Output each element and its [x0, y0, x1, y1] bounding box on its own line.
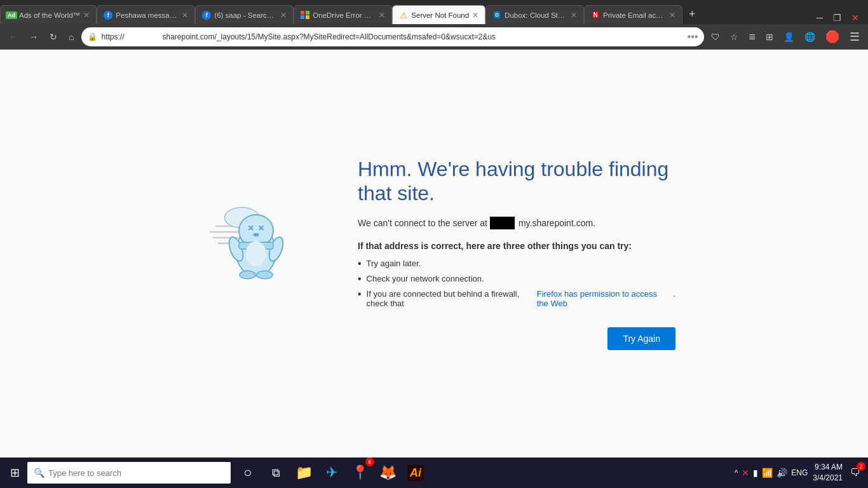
- tab-favicon-onedrive: [301, 11, 309, 20]
- tab-private-email[interactable]: N Private Email accou... ✕: [584, 5, 682, 24]
- firefox-permission-link[interactable]: Firefox has permission to access the Web: [537, 289, 668, 308]
- notification-button[interactable]: 🗨 2: [848, 464, 863, 481]
- tab-close-peshawa[interactable]: ✕: [182, 11, 188, 20]
- tab-favicon-dubox: D: [492, 11, 501, 20]
- tab-title-ads: Ads of the World™: [19, 11, 80, 19]
- firefox-button[interactable]: 🦊: [376, 460, 400, 485]
- mascot-illustration: [199, 157, 313, 284]
- back-button[interactable]: ←: [5, 29, 22, 44]
- red-x-icon: ✕: [742, 468, 749, 478]
- window-controls: ─ ❐ ✕: [813, 11, 868, 24]
- tab-dubox[interactable]: D Dubox: Cloud Stora... ✕: [485, 5, 584, 24]
- address-bar[interactable]: 🔒 •••: [81, 27, 704, 46]
- synced-tabs-icon[interactable]: ⊞: [763, 30, 776, 43]
- more-options-icon[interactable]: •••: [688, 31, 698, 43]
- task-view-button[interactable]: ⧉: [264, 460, 288, 485]
- page-content: Hmm. We're having trouble finding that s…: [0, 50, 868, 458]
- forward-button[interactable]: →: [25, 29, 42, 44]
- svg-point-16: [240, 271, 255, 279]
- tab-saap[interactable]: f (6) saap - Search Re... ✕: [195, 5, 294, 24]
- clock-time: 9:34 AM: [813, 462, 843, 473]
- tip3-text-after: .: [673, 289, 675, 299]
- tab-server-not-found[interactable]: ⚠ Server Not Found ✕: [392, 5, 485, 24]
- cortana-button[interactable]: ○: [236, 460, 260, 485]
- tab-title-private-email: Private Email accou...: [603, 11, 666, 19]
- redacted-domain: [490, 217, 515, 229]
- tab-favicon-saap: f: [202, 11, 211, 20]
- tab-onedrive[interactable]: OneDrive Error Cod... ✕: [294, 5, 392, 24]
- tab-ads-of-world[interactable]: Ad Ads of the World™ ✕: [0, 5, 97, 24]
- tab-close-saap[interactable]: ✕: [280, 11, 287, 20]
- taskbar: ⊞ 🔍 ○ ⧉ 📁 ✈ 📍 6 🦊 Ai ^ ✕ ▮: [0, 458, 868, 488]
- tab-close-server[interactable]: ✕: [472, 11, 478, 20]
- nav-extras: 🛡 ☆ ≡ ⊞ 👤 🌐 🛑 ☰: [708, 29, 863, 45]
- tab-favicon-peshawa: f: [104, 11, 112, 20]
- error-subtitle: We can't connect to the server at my.sha…: [358, 218, 675, 228]
- taskbar-search-bar[interactable]: 🔍: [27, 462, 231, 484]
- security-icon: 🔒: [88, 32, 97, 41]
- restore-button[interactable]: ❐: [829, 11, 845, 24]
- tab-close-private-email[interactable]: ✕: [669, 11, 675, 20]
- tip1-text: Try again later.: [367, 259, 421, 268]
- tip-firewall: If you are connected but behind a firewa…: [358, 289, 675, 308]
- tab-favicon-private-email: N: [591, 11, 600, 20]
- tip-try-again: Try again later.: [358, 259, 675, 269]
- google-maps-button[interactable]: 📍 6: [348, 460, 372, 485]
- taskbar-right: ^ ✕ ▮ 📶 🔊 ENG 9:34 AM 3/4/2021 🗨 2: [735, 462, 863, 484]
- show-hidden-icons[interactable]: ^: [735, 468, 738, 477]
- notification-badge: 2: [857, 462, 865, 471]
- tip3-text-before: If you are connected but behind a firewa…: [367, 289, 532, 308]
- tab-title-dubox: Dubox: Cloud Stora...: [505, 11, 567, 19]
- svg-point-11: [254, 233, 259, 236]
- illustrator-button[interactable]: Ai: [403, 460, 428, 485]
- minimize-button[interactable]: ─: [813, 11, 827, 24]
- bookmarks-sidebar-icon[interactable]: ≡: [745, 29, 759, 45]
- tab-peshawa[interactable]: f Peshawa messaged... ✕: [97, 5, 195, 24]
- taskbar-app-icons: ○ ⧉ 📁 ✈ 📍 6 🦊 Ai: [236, 460, 428, 485]
- error-heading: Hmm. We're having trouble finding that s…: [358, 157, 675, 206]
- url-input[interactable]: [101, 32, 683, 41]
- reload-button[interactable]: ↻: [46, 29, 61, 44]
- subtitle-suffix: my.sharepoint.com.: [519, 218, 595, 228]
- file-explorer-button[interactable]: 📁: [292, 460, 316, 485]
- taskbar-search-icon: 🔍: [34, 468, 44, 478]
- system-tray: ^ ✕ ▮ 📶 🔊 ENG: [735, 468, 808, 478]
- language-indicator: ENG: [791, 468, 808, 477]
- battery-icon: ▮: [753, 468, 758, 478]
- tab-close-onedrive[interactable]: ✕: [379, 11, 385, 20]
- account-icon[interactable]: 👤: [780, 30, 797, 43]
- start-button[interactable]: ⊞: [5, 463, 25, 482]
- menu-button[interactable]: ☰: [846, 29, 863, 45]
- tab-title-server: Server Not Found: [411, 11, 469, 19]
- error-text-block: Hmm. We're having trouble finding that s…: [358, 157, 675, 351]
- wifi-icon: 📶: [762, 468, 773, 478]
- error-illustration: [193, 157, 320, 284]
- subtitle-prefix: We can't connect to the server at: [358, 218, 487, 228]
- browser-chrome: Ad Ads of the World™ ✕ f Peshawa message…: [0, 0, 868, 50]
- globe-icon[interactable]: 🌐: [801, 30, 818, 43]
- nav-bar: ← → ↻ ⌂ 🔒 ••• 🛡 ☆ ≡ ⊞ 👤 🌐 🛑 ☰: [0, 24, 868, 50]
- tab-title-saap: (6) saap - Search Re...: [214, 11, 277, 19]
- tab-favicon-server: ⚠: [399, 11, 408, 20]
- svg-point-17: [257, 271, 273, 279]
- svg-point-18: [246, 241, 266, 266]
- tab-title-peshawa: Peshawa messaged...: [116, 11, 179, 19]
- clock-date: 3/4/2021: [813, 473, 843, 484]
- close-window-button[interactable]: ✕: [848, 11, 863, 24]
- extensions-icon[interactable]: 🛑: [822, 29, 843, 45]
- maps-badge: 6: [365, 458, 374, 466]
- home-button[interactable]: ⌂: [65, 29, 78, 44]
- taskbar-search-input[interactable]: [48, 468, 224, 478]
- volume-icon[interactable]: 🔊: [776, 468, 787, 478]
- time-block[interactable]: 9:34 AM 3/4/2021: [813, 462, 843, 484]
- tip2-text: Check your network connection.: [367, 274, 484, 283]
- bookmark-icon[interactable]: ☆: [727, 30, 742, 43]
- new-tab-button[interactable]: +: [682, 8, 702, 21]
- error-tips-heading: If that address is correct, here are thr…: [358, 241, 675, 251]
- try-again-button[interactable]: Try Again: [607, 327, 675, 350]
- shield-icon[interactable]: 🛡: [708, 30, 723, 43]
- telegram-button[interactable]: ✈: [320, 460, 344, 485]
- tab-favicon-ads: Ad: [7, 11, 16, 20]
- tab-close-ads[interactable]: ✕: [83, 11, 90, 20]
- tab-close-dubox[interactable]: ✕: [571, 11, 577, 20]
